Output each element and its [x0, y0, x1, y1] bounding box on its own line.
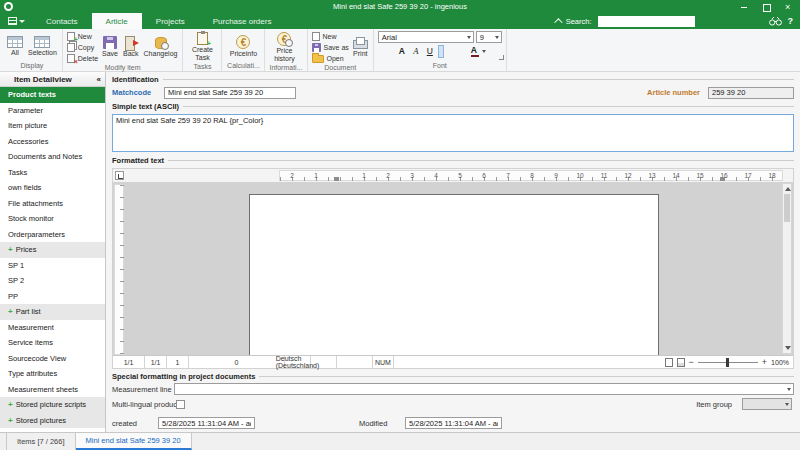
- font-dialog-launcher[interactable]: [499, 55, 504, 60]
- underline-button[interactable]: [424, 46, 436, 57]
- document-tab[interactable]: Mini end slat Safe 259 39 20: [76, 433, 192, 450]
- document-save-as-button[interactable]: Save as: [312, 42, 349, 52]
- sidebar-item[interactable]: Orderparameters: [0, 227, 105, 243]
- sidebar-item[interactable]: Accessories: [0, 134, 105, 150]
- ribbon-tabs: Contacts Article Projects Purchase order…: [32, 13, 285, 29]
- print-button[interactable]: Print: [352, 36, 369, 59]
- sidebar-item[interactable]: Tasks: [0, 165, 105, 181]
- scrollbar-thumb[interactable]: [784, 194, 790, 222]
- maximize-icon[interactable]: [762, 3, 770, 11]
- multilingual-label: Multi-lingual product: [112, 400, 174, 409]
- display-all-button[interactable]: All: [6, 35, 24, 58]
- editor-canvas[interactable]: [113, 182, 793, 355]
- minimize-icon[interactable]: [740, 3, 748, 11]
- modified-input[interactable]: [405, 417, 502, 429]
- align-center-button[interactable]: [446, 45, 452, 58]
- simple-text-input[interactable]: Mini end slat Safe 259 39 20 RAL {pr_Col…: [112, 114, 794, 152]
- measurement-line-select[interactable]: [174, 383, 794, 395]
- sidebar-item[interactable]: own fields: [0, 180, 105, 196]
- align-justify-button[interactable]: [462, 45, 468, 58]
- editor-scrollbar[interactable]: [782, 183, 792, 354]
- tab-stop-selector[interactable]: [115, 171, 124, 180]
- sidebar-item[interactable]: Item picture: [0, 118, 105, 134]
- collapse-ribbon-icon[interactable]: [554, 18, 562, 26]
- copy-item-button[interactable]: Copy: [67, 42, 98, 52]
- ruler-number: 5: [448, 171, 472, 180]
- ribbon-tab[interactable]: Purchase orders: [199, 13, 286, 29]
- close-icon[interactable]: [784, 3, 792, 11]
- created-input[interactable]: [158, 417, 255, 429]
- font-family-select[interactable]: Arial: [378, 31, 474, 43]
- zoom-out-button[interactable]: [689, 357, 694, 367]
- sidebar-item[interactable]: Product texts: [0, 87, 105, 103]
- sidebar-item[interactable]: Part list: [0, 304, 105, 320]
- sidebar-item-label: Prices: [16, 245, 37, 254]
- bold-button[interactable]: [396, 46, 408, 57]
- copy-icon: [67, 43, 75, 52]
- ribbon-tab[interactable]: Projects: [142, 13, 199, 29]
- save-button[interactable]: Save: [101, 35, 119, 59]
- print-layout-icon[interactable]: [665, 358, 673, 367]
- create-task-button[interactable]: Create Task: [187, 31, 217, 62]
- zoom-slider-thumb[interactable]: [726, 358, 729, 367]
- font-size-select[interactable]: 9: [476, 31, 502, 43]
- expand-icon: [8, 307, 13, 316]
- ribbon-tab[interactable]: Article: [92, 13, 142, 29]
- article-number-input[interactable]: [708, 87, 794, 99]
- align-right-button[interactable]: [454, 45, 460, 58]
- document-new-button[interactable]: New: [312, 31, 349, 41]
- italic-button[interactable]: [410, 46, 422, 57]
- sidebar-item[interactable]: Stored picture scripts: [0, 397, 105, 413]
- sidebar-item[interactable]: Prices: [0, 242, 105, 258]
- web-layout-icon[interactable]: [677, 358, 685, 367]
- sidebar-item-label: Service items: [8, 338, 53, 347]
- ribbon-tab[interactable]: Contacts: [32, 13, 92, 29]
- ribbon-group-calculation: Priceinfo Calculati...: [222, 29, 265, 71]
- ruler-number: 6: [472, 171, 496, 180]
- search-input[interactable]: [598, 16, 695, 27]
- formatted-text-editor[interactable]: 21123456789101112131415161718: [112, 168, 794, 369]
- items-tab[interactable]: Items [7 / 266]: [6, 433, 76, 450]
- zoom-slider[interactable]: [698, 362, 758, 363]
- scroll-up-icon[interactable]: [785, 187, 791, 191]
- new-item-button[interactable]: New: [67, 31, 98, 41]
- item-group-select[interactable]: [742, 398, 792, 410]
- indent-marker-left[interactable]: [334, 177, 339, 181]
- zoom-controls: 100%: [665, 356, 793, 368]
- document-open-button[interactable]: Open: [312, 53, 349, 63]
- indent-marker-right[interactable]: [720, 177, 725, 181]
- sidebar-item[interactable]: File attachments: [0, 196, 105, 212]
- help-icon[interactable]: [788, 16, 794, 26]
- sidebar-item[interactable]: PP: [0, 289, 105, 305]
- created-label: created: [112, 419, 158, 428]
- sidebar-item[interactable]: Documents and Notes: [0, 149, 105, 165]
- font-color-button[interactable]: [470, 46, 484, 57]
- document-page[interactable]: [249, 194, 659, 355]
- priceinfo-button[interactable]: Priceinfo: [226, 34, 260, 59]
- align-left-button[interactable]: [438, 45, 444, 58]
- sidebar-item[interactable]: Type attributes: [0, 366, 105, 382]
- sidebar-item[interactable]: Measurement: [0, 320, 105, 336]
- app-menu-button[interactable]: [6, 14, 26, 28]
- multilingual-checkbox[interactable]: [176, 400, 185, 409]
- sidebar-item[interactable]: Service items: [0, 335, 105, 351]
- sidebar-item[interactable]: SP 2: [0, 273, 105, 289]
- ribbon-group-display: All Selection Display: [2, 29, 63, 71]
- search-binoculars-icon[interactable]: [769, 16, 782, 26]
- sidebar-item[interactable]: Sourcecode View: [0, 351, 105, 367]
- sidebar-item[interactable]: Parameter: [0, 103, 105, 119]
- changelog-button[interactable]: Changelog: [143, 36, 179, 59]
- sidebar-collapse-icon[interactable]: «: [97, 75, 101, 84]
- matchcode-input[interactable]: [164, 87, 296, 99]
- sidebar-item[interactable]: Stock monitor: [0, 211, 105, 227]
- sidebar-item[interactable]: Measurement sheets: [0, 382, 105, 398]
- sidebar-item-label: Orderparameters: [8, 230, 65, 239]
- delete-item-button[interactable]: Delete: [67, 53, 98, 63]
- price-history-button[interactable]: Price history: [269, 31, 299, 63]
- scroll-down-icon[interactable]: [785, 346, 791, 350]
- back-button[interactable]: Back: [122, 35, 140, 59]
- sidebar-item[interactable]: SP 1: [0, 258, 105, 274]
- sidebar-item[interactable]: Stored pictures: [0, 413, 105, 429]
- display-selection-button[interactable]: Selection: [27, 35, 58, 58]
- zoom-in-button[interactable]: [762, 357, 767, 367]
